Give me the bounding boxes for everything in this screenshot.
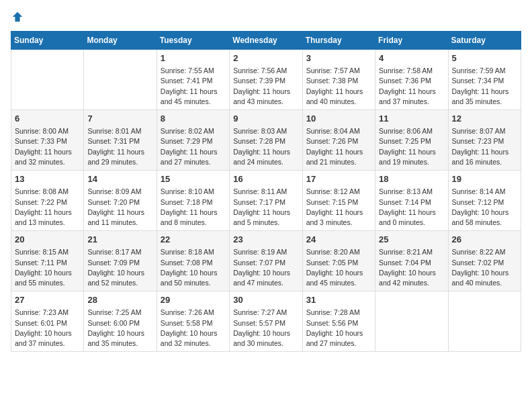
day-number: 25 — [379, 234, 444, 246]
calendar-cell: 21Sunrise: 8:17 AM Sunset: 7:09 PM Dayli… — [84, 231, 157, 291]
calendar-cell: 30Sunrise: 7:27 AM Sunset: 5:57 PM Dayli… — [230, 291, 302, 352]
header-day-wednesday: Wednesday — [230, 32, 302, 50]
header-day-monday: Monday — [84, 32, 157, 50]
day-content: Sunrise: 7:23 AM Sunset: 6:01 PM Dayligh… — [15, 308, 80, 349]
day-content: Sunrise: 7:25 AM Sunset: 6:00 PM Dayligh… — [87, 308, 152, 349]
calendar-week-3: 20Sunrise: 8:15 AM Sunset: 7:11 PM Dayli… — [11, 231, 521, 291]
day-number: 23 — [233, 234, 298, 246]
header-row: SundayMondayTuesdayWednesdayThursdayFrid… — [11, 32, 521, 50]
header-day-tuesday: Tuesday — [157, 32, 229, 50]
day-number: 21 — [87, 234, 152, 246]
logo — [11, 11, 24, 23]
calendar-cell: 24Sunrise: 8:20 AM Sunset: 7:05 PM Dayli… — [302, 231, 375, 291]
calendar-cell: 25Sunrise: 8:21 AM Sunset: 7:04 PM Dayli… — [375, 231, 448, 291]
day-number: 18 — [379, 173, 444, 185]
day-content: Sunrise: 8:18 AM Sunset: 7:08 PM Dayligh… — [161, 247, 226, 288]
header-day-friday: Friday — [375, 32, 448, 50]
day-content: Sunrise: 8:12 AM Sunset: 7:15 PM Dayligh… — [306, 187, 371, 228]
day-content: Sunrise: 7:55 AM Sunset: 7:41 PM Dayligh… — [161, 66, 226, 107]
calendar-cell: 22Sunrise: 8:18 AM Sunset: 7:08 PM Dayli… — [157, 231, 229, 291]
day-content: Sunrise: 8:10 AM Sunset: 7:18 PM Dayligh… — [161, 187, 226, 228]
day-number: 27 — [15, 294, 80, 306]
day-content: Sunrise: 8:22 AM Sunset: 7:02 PM Dayligh… — [452, 247, 517, 288]
page-header — [11, 11, 521, 23]
calendar-cell: 23Sunrise: 8:19 AM Sunset: 7:07 PM Dayli… — [230, 231, 302, 291]
calendar-cell: 1Sunrise: 7:55 AM Sunset: 7:41 PM Daylig… — [157, 50, 229, 110]
calendar-cell: 3Sunrise: 7:57 AM Sunset: 7:38 PM Daylig… — [302, 50, 375, 110]
day-number: 5 — [452, 52, 517, 64]
day-content: Sunrise: 7:26 AM Sunset: 5:58 PM Dayligh… — [161, 308, 226, 349]
calendar-cell: 20Sunrise: 8:15 AM Sunset: 7:11 PM Dayli… — [11, 231, 84, 291]
day-content: Sunrise: 8:14 AM Sunset: 7:12 PM Dayligh… — [452, 187, 517, 228]
calendar-cell: 8Sunrise: 8:02 AM Sunset: 7:29 PM Daylig… — [157, 110, 229, 171]
calendar-cell: 17Sunrise: 8:12 AM Sunset: 7:15 PM Dayli… — [302, 171, 375, 231]
day-number: 19 — [452, 173, 517, 185]
day-content: Sunrise: 8:01 AM Sunset: 7:31 PM Dayligh… — [87, 126, 152, 167]
day-number: 16 — [233, 173, 298, 185]
day-number: 10 — [306, 113, 371, 125]
calendar-cell: 14Sunrise: 8:09 AM Sunset: 7:20 PM Dayli… — [84, 171, 157, 231]
calendar-cell — [84, 50, 157, 110]
calendar-cell: 2Sunrise: 7:56 AM Sunset: 7:39 PM Daylig… — [230, 50, 302, 110]
header-day-saturday: Saturday — [448, 32, 521, 50]
day-number: 29 — [161, 294, 226, 306]
day-content: Sunrise: 7:58 AM Sunset: 7:36 PM Dayligh… — [379, 66, 444, 107]
day-content: Sunrise: 8:04 AM Sunset: 7:26 PM Dayligh… — [306, 126, 371, 167]
calendar-cell: 11Sunrise: 8:06 AM Sunset: 7:25 PM Dayli… — [375, 110, 448, 171]
day-content: Sunrise: 8:06 AM Sunset: 7:25 PM Dayligh… — [379, 126, 444, 167]
day-content: Sunrise: 8:03 AM Sunset: 7:28 PM Dayligh… — [233, 126, 298, 167]
day-content: Sunrise: 8:19 AM Sunset: 7:07 PM Dayligh… — [233, 247, 298, 288]
calendar-cell — [11, 50, 84, 110]
calendar-cell: 10Sunrise: 8:04 AM Sunset: 7:26 PM Dayli… — [302, 110, 375, 171]
calendar-header: SundayMondayTuesdayWednesdayThursdayFrid… — [11, 32, 521, 50]
day-number: 24 — [306, 234, 371, 246]
header-day-thursday: Thursday — [302, 32, 375, 50]
day-content: Sunrise: 7:27 AM Sunset: 5:57 PM Dayligh… — [233, 308, 298, 349]
calendar-cell: 29Sunrise: 7:26 AM Sunset: 5:58 PM Dayli… — [157, 291, 229, 352]
calendar-cell: 19Sunrise: 8:14 AM Sunset: 7:12 PM Dayli… — [448, 171, 521, 231]
calendar-cell: 9Sunrise: 8:03 AM Sunset: 7:28 PM Daylig… — [230, 110, 302, 171]
day-number: 12 — [452, 113, 517, 125]
day-content: Sunrise: 7:57 AM Sunset: 7:38 PM Dayligh… — [306, 66, 371, 107]
day-content: Sunrise: 8:11 AM Sunset: 7:17 PM Dayligh… — [233, 187, 298, 228]
day-number: 9 — [233, 113, 298, 125]
day-content: Sunrise: 8:20 AM Sunset: 7:05 PM Dayligh… — [306, 247, 371, 288]
calendar-table: SundayMondayTuesdayWednesdayThursdayFrid… — [11, 31, 521, 352]
day-number: 11 — [379, 113, 444, 125]
day-content: Sunrise: 8:00 AM Sunset: 7:33 PM Dayligh… — [15, 126, 80, 167]
day-number: 2 — [233, 52, 298, 64]
calendar-cell: 13Sunrise: 8:08 AM Sunset: 7:22 PM Dayli… — [11, 171, 84, 231]
day-number: 15 — [161, 173, 226, 185]
calendar-cell: 28Sunrise: 7:25 AM Sunset: 6:00 PM Dayli… — [84, 291, 157, 352]
day-number: 14 — [87, 173, 152, 185]
day-number: 1 — [161, 52, 226, 64]
calendar-cell: 12Sunrise: 8:07 AM Sunset: 7:23 PM Dayli… — [448, 110, 521, 171]
day-number: 13 — [15, 173, 80, 185]
day-content: Sunrise: 8:02 AM Sunset: 7:29 PM Dayligh… — [161, 126, 226, 167]
calendar-cell — [375, 291, 448, 352]
day-content: Sunrise: 8:21 AM Sunset: 7:04 PM Dayligh… — [379, 247, 444, 288]
calendar-cell — [448, 291, 521, 352]
svg-marker-0 — [13, 12, 22, 21]
day-content: Sunrise: 8:07 AM Sunset: 7:23 PM Dayligh… — [452, 126, 517, 167]
day-number: 30 — [233, 294, 298, 306]
header-day-sunday: Sunday — [11, 32, 84, 50]
day-content: Sunrise: 7:56 AM Sunset: 7:39 PM Dayligh… — [233, 66, 298, 107]
calendar-cell: 6Sunrise: 8:00 AM Sunset: 7:33 PM Daylig… — [11, 110, 84, 171]
day-content: Sunrise: 8:13 AM Sunset: 7:14 PM Dayligh… — [379, 187, 444, 228]
calendar-cell: 31Sunrise: 7:28 AM Sunset: 5:56 PM Dayli… — [302, 291, 375, 352]
logo-icon — [11, 11, 24, 23]
calendar-cell: 26Sunrise: 8:22 AM Sunset: 7:02 PM Dayli… — [448, 231, 521, 291]
calendar-cell: 16Sunrise: 8:11 AM Sunset: 7:17 PM Dayli… — [230, 171, 302, 231]
calendar-cell: 7Sunrise: 8:01 AM Sunset: 7:31 PM Daylig… — [84, 110, 157, 171]
calendar-cell: 18Sunrise: 8:13 AM Sunset: 7:14 PM Dayli… — [375, 171, 448, 231]
day-number: 3 — [306, 52, 371, 64]
day-number: 6 — [15, 113, 80, 125]
day-content: Sunrise: 8:09 AM Sunset: 7:20 PM Dayligh… — [87, 187, 152, 228]
calendar-cell: 5Sunrise: 7:59 AM Sunset: 7:34 PM Daylig… — [448, 50, 521, 110]
day-number: 20 — [15, 234, 80, 246]
calendar-cell: 4Sunrise: 7:58 AM Sunset: 7:36 PM Daylig… — [375, 50, 448, 110]
day-number: 26 — [452, 234, 517, 246]
calendar-cell: 15Sunrise: 8:10 AM Sunset: 7:18 PM Dayli… — [157, 171, 229, 231]
day-content: Sunrise: 7:59 AM Sunset: 7:34 PM Dayligh… — [452, 66, 517, 107]
